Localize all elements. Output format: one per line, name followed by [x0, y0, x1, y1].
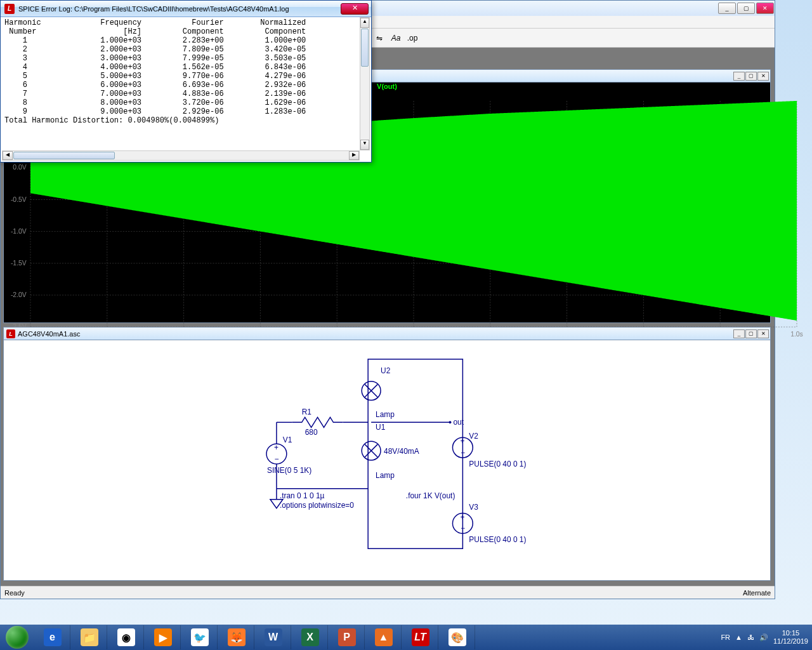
plot-close-button[interactable]: ✕ — [757, 72, 769, 81]
spice-tran[interactable]: .tran 0 1 0 1µ — [280, 491, 325, 500]
status-left: Ready — [4, 589, 25, 597]
taskbar-vlc[interactable]: ▲ — [366, 625, 402, 649]
ltspice-icon: L — [6, 329, 15, 338]
close-button[interactable]: ✕ — [756, 3, 774, 14]
taskbar-wmp[interactable]: ▶ — [145, 625, 181, 649]
maximize-button[interactable]: ▢ — [737, 3, 755, 14]
plot-window-controls: _ ▢ ✕ — [733, 72, 770, 81]
schem-maximize-button[interactable]: ▢ — [745, 329, 757, 338]
taskbar-powerpoint[interactable]: P — [329, 625, 365, 649]
spice-opts[interactable]: .options plotwinsize=0 — [280, 501, 354, 510]
scroll-thumb-h[interactable] — [13, 152, 115, 159]
schem-close-button[interactable]: ✕ — [757, 329, 769, 338]
label-v3[interactable]: V3 — [469, 503, 478, 512]
schematic-window-controls: _ ▢ ✕ — [733, 329, 770, 338]
log-hscrollbar[interactable]: ◀ ▶ — [2, 150, 360, 161]
status-right: Alternate — [743, 589, 771, 597]
tray-clock[interactable]: 10:15 11/12/2019 — [773, 629, 808, 646]
label-r1v[interactable]: 680 — [305, 428, 318, 437]
windows-taskbar: e 📁 ◉ ▶ 🐦 🦊 W X P ▲ LT 🎨 FR ▲ 🖧 🔊 10:15 … — [0, 625, 812, 650]
label-v1[interactable]: V1 — [283, 435, 292, 444]
spice-four[interactable]: .four 1K V(out) — [406, 491, 455, 500]
taskbar-ltspice[interactable]: LT — [403, 625, 438, 649]
label-rating[interactable]: 48V/40mA — [384, 447, 419, 456]
scroll-thumb-v[interactable] — [361, 29, 369, 67]
tray-date: 11/12/2019 — [773, 637, 808, 646]
scroll-up-button[interactable]: ▲ — [360, 18, 369, 28]
schematic-titlebar[interactable]: L AGC48V40mA1.asc _ ▢ ✕ — [4, 328, 770, 340]
log-vscrollbar[interactable]: ▲ ▼ — [360, 17, 370, 150]
tool-spice-icon[interactable]: .op — [405, 31, 419, 45]
svg-text:−: − — [275, 454, 279, 463]
taskbar-excel[interactable]: X — [292, 625, 328, 649]
tray-volume-icon[interactable]: 🔊 — [759, 633, 768, 642]
svg-text:-2.0V: -2.0V — [11, 291, 27, 298]
label-v3v[interactable]: PULSE(0 40 0 1) — [469, 535, 526, 544]
scroll-right-button[interactable]: ▶ — [349, 151, 359, 160]
taskbar-firefox[interactable]: 🦊 — [219, 625, 254, 649]
label-v2[interactable]: V2 — [469, 432, 478, 441]
scroll-down-button[interactable]: ▼ — [360, 140, 369, 150]
taskbar-ie[interactable]: e — [35, 625, 70, 649]
svg-text:0.0V: 0.0V — [13, 164, 26, 171]
label-r1[interactable]: R1 — [302, 408, 312, 416]
system-tray[interactable]: FR ▲ 🖧 🔊 10:15 11/12/2019 — [721, 629, 812, 646]
label-lamp1[interactable]: Lamp — [376, 410, 395, 419]
label-lamp2[interactable]: Lamp — [376, 471, 395, 480]
main-window-controls: _ ▢ ✕ — [717, 1, 775, 15]
svg-point-54 — [449, 421, 451, 423]
net-out[interactable]: out — [453, 418, 464, 427]
svg-text:+: + — [460, 513, 464, 522]
start-button[interactable] — [0, 625, 34, 650]
taskbar-paint[interactable]: 🎨 — [440, 625, 475, 649]
schematic-child-window: L AGC48V40mA1.asc _ ▢ ✕ U2 Lamp — [3, 327, 771, 581]
log-titlebar[interactable]: L SPICE Error Log: C:\Program Files\LTC\… — [1, 1, 371, 17]
tool-mirror-icon[interactable]: ⇋ — [372, 31, 386, 45]
label-v2v[interactable]: PULSE(0 40 0 1) — [469, 460, 526, 468]
label-u2[interactable]: U2 — [381, 366, 391, 375]
svg-text:-1.0V: -1.0V — [11, 228, 27, 235]
label-u1[interactable]: U1 — [376, 423, 386, 432]
log-close-button[interactable]: ✕ — [341, 3, 369, 15]
status-bar: Ready Alternate — [1, 586, 775, 599]
schem-minimize-button[interactable]: _ — [733, 329, 745, 338]
plot-minimize-button[interactable]: _ — [733, 72, 745, 81]
svg-text:+: + — [274, 443, 278, 452]
taskbar-chrome[interactable]: ◉ — [108, 625, 144, 649]
spice-error-log-window: L SPICE Error Log: C:\Program Files\LTC\… — [0, 0, 372, 162]
scroll-left-button[interactable]: ◀ — [3, 151, 13, 160]
trace-label[interactable]: V(out) — [377, 83, 397, 90]
minimize-button[interactable]: _ — [718, 3, 736, 14]
log-text-area[interactable]: Harmonic Frequency Fourier Normalized Nu… — [2, 17, 370, 150]
taskbar-explorer[interactable]: 📁 — [72, 625, 107, 649]
taskbar-word[interactable]: W — [256, 625, 291, 649]
tray-network-icon[interactable]: 🖧 — [747, 633, 754, 641]
svg-text:−: − — [461, 448, 465, 457]
svg-text:+: + — [460, 437, 464, 446]
tool-text-icon[interactable]: Aa — [389, 31, 403, 45]
plot-maximize-button[interactable]: ▢ — [745, 72, 757, 81]
ltspice-icon: L — [4, 4, 15, 14]
tray-time: 10:15 — [773, 629, 808, 637]
log-title: SPICE Error Log: C:\Program Files\LTC\Sw… — [18, 5, 289, 13]
svg-text:−: − — [461, 524, 465, 533]
svg-text:-0.5V: -0.5V — [11, 196, 27, 203]
svg-text:-1.5V: -1.5V — [11, 260, 27, 267]
schematic-filename: AGC48V40mA1.asc — [18, 330, 80, 338]
svg-text:1.0s: 1.0s — [790, 331, 803, 338]
schematic-canvas[interactable]: U2 Lamp U1 48V/40mA Lamp R1 680 +− V1 — [4, 340, 770, 580]
label-v1v[interactable]: SINE(0 5 1K) — [267, 466, 311, 475]
tray-lang[interactable]: FR — [721, 633, 730, 641]
tray-flag-icon[interactable]: ▲ — [735, 633, 742, 641]
taskbar-app1[interactable]: 🐦 — [182, 625, 218, 649]
